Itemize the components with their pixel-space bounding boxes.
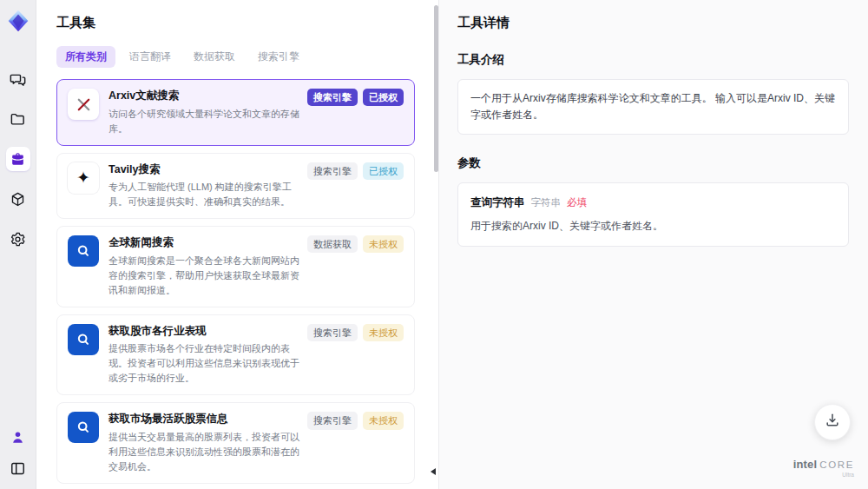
tool-name: 获取股市各行业表现	[108, 324, 302, 340]
news-blue-icon	[68, 324, 99, 355]
tool-card[interactable]: 获取市场最活跃股票信息 提供当天交易量最高的股票列表，投资者可以利用这些信息来识…	[56, 402, 415, 484]
tool-name: Arxiv文献搜索	[108, 89, 302, 104]
folder-icon[interactable]	[6, 107, 30, 131]
category-tabs: 所有类别 语言翻译 数据获取 搜索引擎	[56, 46, 424, 68]
gear-icon[interactable]	[6, 227, 30, 251]
tool-category-badge: 搜索引擎	[307, 162, 358, 180]
params-heading: 参数	[457, 155, 849, 171]
app-window: 工具集 所有类别 语言翻译 数据获取 搜索引擎 Arxiv文献搜索 访问各个研究…	[0, 0, 868, 489]
scrollbar-thumb[interactable]	[434, 5, 438, 172]
download-icon	[824, 412, 841, 433]
param-card: 查询字符串 字符串 必填 用于搜索的Arxiv ID、关键字或作者姓名。	[457, 182, 849, 246]
tool-card-body: 全球新闻搜索 全球新闻搜索是一个聚合全球各大新闻网站内容的搜索引擎，帮助用户快速…	[108, 235, 302, 298]
param-type: 字符串	[531, 195, 562, 210]
tool-card-body: 获取股市各行业表现 提供股票市场各个行业在特定时间段内的表现。投资者可以利用这些…	[108, 324, 302, 387]
tool-badges: 搜索引擎 未授权	[307, 324, 404, 387]
news-blue-icon	[68, 412, 99, 443]
sidebar-toggle-icon[interactable]	[6, 456, 30, 480]
icon-rail	[0, 0, 36, 489]
brand-core-text: CORE	[819, 460, 854, 471]
tool-badges: 搜索引擎 未授权	[307, 412, 404, 474]
tab-all-categories[interactable]: 所有类别	[56, 46, 115, 68]
tool-status-badge: 未授权	[363, 324, 404, 341]
tool-description: 访问各个研究领域大量科学论文和文章的存储库。	[108, 107, 302, 136]
tool-card[interactable]: Arxiv文献搜索 访问各个研究领域大量科学论文和文章的存储库。 搜索引擎 已授…	[56, 79, 415, 146]
tool-status-badge: 未授权	[363, 412, 404, 429]
tool-description: 提供当天交易量最高的股票列表，投资者可以利用这些信息来识别流动性强的股票和潜在的…	[108, 430, 302, 474]
rail-nav	[6, 67, 30, 251]
tool-badges: 搜索引擎 已授权	[307, 162, 404, 210]
tool-card[interactable]: 获取股市各行业表现 提供股票市场各个行业在特定时间段内的表现。投资者可以利用这些…	[56, 314, 415, 396]
intel-core-logo: intel CORE Ultra	[793, 459, 854, 478]
intro-text-box: 一个用于从Arxiv存储库搜索科学论文和文章的工具。 输入可以是Arxiv ID…	[457, 79, 849, 135]
tool-description: 全球新闻搜索是一个聚合全球各大新闻网站内容的搜索引擎，帮助用户快速获取全球最新资…	[108, 254, 302, 298]
chat-icon[interactable]	[6, 67, 30, 91]
tool-card-body: Arxiv文献搜索 访问各个研究领域大量科学论文和文章的存储库。	[108, 89, 302, 136]
tool-category-badge: 数据获取	[307, 235, 358, 253]
tool-card-body: Tavily搜索 专为人工智能代理 (LLM) 构建的搜索引擎工具。可快速提供实…	[108, 162, 302, 210]
tool-category-badge: 搜索引擎	[307, 89, 358, 106]
tool-detail-panel: 工具详情 工具介绍 一个用于从Arxiv存储库搜索科学论文和文章的工具。 输入可…	[438, 0, 868, 489]
tool-name: 全球新闻搜索	[108, 235, 302, 251]
tools-panel-title: 工具集	[56, 15, 424, 31]
brand-intel-text: intel	[793, 459, 818, 470]
tool-card-body: 获取市场最活跃股票信息 提供当天交易量最高的股票列表，投资者可以利用这些信息来识…	[108, 412, 302, 474]
tavily-icon: ✦	[68, 162, 99, 194]
tool-list: Arxiv文献搜索 访问各个研究领域大量科学论文和文章的存储库。 搜索引擎 已授…	[56, 79, 424, 489]
tool-name: Tavily搜索	[108, 162, 302, 178]
param-description: 用于搜索的Arxiv ID、关键字或作者姓名。	[470, 218, 836, 235]
detail-panel-title: 工具详情	[457, 15, 849, 31]
tool-description: 提供股票市场各个行业在特定时间段内的表现。投资者可以利用这些信息来识别表现优于或…	[108, 341, 302, 386]
tool-card[interactable]: 全球新闻搜索 全球新闻搜索是一个聚合全球各大新闻网站内容的搜索引擎，帮助用户快速…	[56, 226, 415, 307]
scroll-arrow-icon[interactable]	[431, 468, 436, 475]
app-logo-gem-icon[interactable]	[5, 8, 31, 34]
tool-status-badge: 未授权	[363, 235, 404, 253]
tools-panel: 工具集 所有类别 语言翻译 数据获取 搜索引擎 Arxiv文献搜索 访问各个研究…	[36, 0, 438, 489]
user-avatar-icon[interactable]	[6, 425, 30, 449]
tab-language-translation[interactable]: 语言翻译	[121, 46, 180, 68]
briefcase-tools-icon[interactable]	[6, 147, 30, 171]
tab-data-acquisition[interactable]: 数据获取	[185, 46, 244, 68]
brand-ultra-text: Ultra	[793, 472, 854, 479]
download-button[interactable]	[814, 404, 851, 440]
tool-category-badge: 搜索引擎	[307, 324, 358, 341]
news-blue-icon	[68, 235, 99, 267]
tool-status-badge: 已授权	[363, 162, 404, 180]
arxiv-icon	[68, 89, 99, 120]
tool-category-badge: 搜索引擎	[307, 412, 358, 429]
tool-status-badge: 已授权	[363, 89, 404, 106]
tool-badges: 数据获取 未授权	[307, 235, 404, 298]
intro-heading: 工具介绍	[457, 52, 849, 68]
tool-card[interactable]: ✦ Tavily搜索 专为人工智能代理 (LLM) 构建的搜索引擎工具。可快速提…	[56, 153, 415, 220]
tool-name: 获取市场最活跃股票信息	[108, 412, 302, 427]
cube-icon[interactable]	[6, 187, 30, 211]
param-name: 查询字符串	[470, 194, 525, 211]
tab-search-engine[interactable]: 搜索引擎	[249, 46, 308, 68]
tool-description: 专为人工智能代理 (LLM) 构建的搜索引擎工具。可快速提供实时、准确和真实的结…	[108, 180, 302, 209]
param-required-badge: 必填	[567, 195, 587, 210]
tool-badges: 搜索引擎 已授权	[307, 89, 404, 136]
